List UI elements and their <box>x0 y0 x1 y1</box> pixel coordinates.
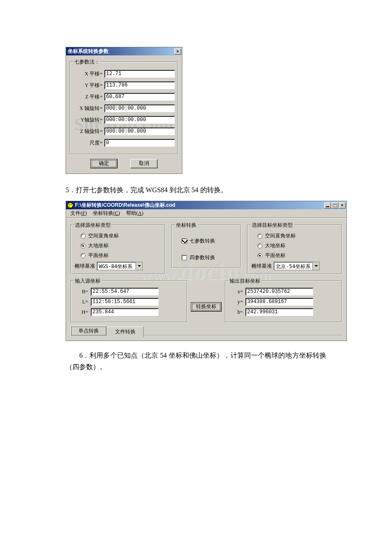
label: y= <box>232 299 243 305</box>
window-body: www.docin.com 选择源坐标类型 空间直角坐标 大地坐标 <box>66 218 346 341</box>
y-output[interactable]: 394388.689167 <box>245 298 314 306</box>
dialog-titlebar: 坐标系统转换参数 × <box>66 47 182 55</box>
x-shift-input[interactable]: 12.71 <box>104 70 175 78</box>
label: Z 平移= <box>73 93 104 101</box>
target-coord-group: 输出目标坐标 x= 2537420.035762 y= 394388.68916… <box>225 278 342 323</box>
check-four-param[interactable]: 四参数转换 <box>182 254 237 261</box>
tabstrip: 单点转换 文件转换 <box>70 325 342 336</box>
combo-value: WGS-84坐标系 <box>97 262 135 270</box>
y-rot-input[interactable]: 000:00:00.000 <box>104 116 175 124</box>
label: H= <box>77 309 88 315</box>
radio-label: 平面坐标 <box>88 252 109 259</box>
param-row-y-shift: Y 平移= 113.786 <box>73 81 175 90</box>
row-x: x= 2537420.035762 <box>232 288 338 296</box>
menu-file[interactable]: 文件(F) <box>69 209 89 218</box>
close-icon[interactable]: × <box>339 202 346 208</box>
target-ellipsoid-combo[interactable]: 北京-54坐标系 <box>274 262 320 270</box>
row-y: y= 394388.689167 <box>232 298 338 306</box>
coord-convert-window: F:\坐标转换\COORD\Release\佛山坐标.cod × 文件(F) 坐… <box>66 201 347 341</box>
scale-input[interactable]: 0 <box>104 139 175 147</box>
radio-space-rect[interactable]: 空间直角坐标 <box>257 232 338 240</box>
z-shift-input[interactable]: 60.687 <box>104 93 175 101</box>
param-row-x-rot: X 轴旋转= 000:00:00.000 <box>73 104 175 113</box>
group-legend: 输入源坐标 <box>74 278 102 285</box>
x-rot-input[interactable]: 000:00:00.000 <box>104 104 175 113</box>
label: 尺度= <box>73 139 104 147</box>
radio-icon <box>81 253 86 258</box>
label: B= <box>77 289 88 295</box>
param-row-y-rot: Y轴旋转= 000:00:00.000 <box>73 116 175 124</box>
chevron-down-icon[interactable] <box>135 262 142 270</box>
h-output[interactable]: 242.996031 <box>245 308 314 316</box>
z-rot-input[interactable]: 000:00:00.000 <box>104 127 175 136</box>
radio-icon <box>257 253 262 258</box>
radio-geodetic[interactable]: 大地坐标 <box>81 242 161 249</box>
tab-single-point[interactable]: 单点转换 <box>70 326 107 336</box>
tab-file[interactable]: 文件转换 <box>107 327 144 337</box>
param-row-z-rot: Z 轴旋转= 000:00:00.000 <box>73 127 175 136</box>
x-output[interactable]: 2537420.035762 <box>245 288 314 296</box>
minimize-icon[interactable] <box>324 202 331 208</box>
checkbox-label: 四参数转换 <box>190 254 215 261</box>
radio-icon <box>81 234 86 239</box>
dialog-body: SurMap.com 七参数法： X 平移= 12.71 Y 平移= 113.7… <box>66 55 182 173</box>
label: Y轴旋转= <box>73 116 104 124</box>
radio-icon <box>257 243 262 249</box>
convert-button-wrap: 转换坐标 <box>187 278 225 323</box>
check-seven-param[interactable]: 七参数转换 <box>182 237 237 245</box>
group-legend: 七参数法： <box>73 58 101 66</box>
checkbox-label: 七参数转换 <box>190 237 215 245</box>
label: h= <box>232 309 243 315</box>
radio-geodetic[interactable]: 大地坐标 <box>257 242 338 249</box>
window-titlebar: F:\坐标转换\COORD\Release\佛山坐标.cod × <box>66 201 346 209</box>
menu-help[interactable]: 帮助(A) <box>124 209 145 218</box>
source-coord-group: 输入源坐标 B= 22:55:54.647 L= 112:58:15.5661 … <box>70 278 187 323</box>
l-input[interactable]: 112:58:15.5661 <box>91 298 159 306</box>
chevron-down-icon[interactable] <box>312 262 319 270</box>
radio-plane[interactable]: 平面坐标 <box>257 252 338 259</box>
radio-label: 空间直角坐标 <box>265 232 296 240</box>
window-title: F:\坐标转换\COORD\Release\佛山坐标.cod <box>75 202 175 209</box>
radio-plane[interactable]: 平面坐标 <box>81 252 161 259</box>
param-row-x-shift: X 平移= 12.71 <box>73 70 175 78</box>
seven-param-group: 七参数法： X 平移= 12.71 Y 平移= 113.786 Z 平移= 60… <box>69 59 179 155</box>
param-row-z-shift: Z 平移= 60.687 <box>73 93 175 101</box>
row-h: H= 235.844 <box>77 308 183 316</box>
radio-icon <box>257 234 262 239</box>
y-shift-input[interactable]: 113.786 <box>104 81 175 90</box>
close-icon[interactable]: × <box>174 49 181 55</box>
dialog-buttons: 确定 取消 <box>69 155 179 170</box>
label: L= <box>77 299 88 305</box>
label: X 轴旋转= <box>73 105 104 112</box>
maximize-icon[interactable] <box>331 202 338 208</box>
group-legend: 坐标转换 <box>175 222 198 229</box>
h-input[interactable]: 235.844 <box>91 308 159 316</box>
target-type-group: 选择目标坐标类型 空间直角坐标 大地坐标 平面坐标 椭球基准 <box>247 222 342 275</box>
window-controls: × <box>324 202 346 208</box>
label: X 平移= <box>73 70 104 78</box>
b-input[interactable]: 22:55:54.647 <box>91 288 159 296</box>
target-ellipsoid-row: 椭球基准 北京-54坐标系 <box>251 262 338 270</box>
ellipsoid-label: 椭球基准 <box>251 263 272 270</box>
ok-button[interactable]: 确定 <box>90 159 118 168</box>
radio-space-rect[interactable]: 空间直角坐标 <box>81 232 161 240</box>
radio-label: 平面坐标 <box>265 252 285 259</box>
combo-value: 北京-54坐标系 <box>274 262 312 270</box>
radio-label: 大地坐标 <box>265 242 285 249</box>
group-legend: 输出目标坐标 <box>228 278 262 285</box>
step-6-caption: 6．利用多个已知点（北京 54 坐标和佛山坐标），计算同一个椭球的地方坐标转换（… <box>66 350 326 373</box>
convert-button[interactable]: 转换坐标 <box>191 302 222 312</box>
param-row-scale: 尺度= 0 <box>73 139 175 147</box>
radio-label: 空间直角坐标 <box>88 232 119 240</box>
seven-param-dialog: 坐标系统转换参数 × SurMap.com 七参数法： X 平移= 12.71 … <box>66 47 182 174</box>
menu-convert[interactable]: 坐标转换(C) <box>91 209 122 218</box>
cancel-button[interactable]: 取消 <box>130 159 158 168</box>
source-type-group: 选择源坐标类型 空间直角坐标 大地坐标 平面坐标 椭球基准 <box>70 222 165 275</box>
label: Y 平移= <box>73 82 104 89</box>
ellipsoid-label: 椭球基准 <box>75 263 95 270</box>
group-legend: 选择目标坐标类型 <box>251 222 294 229</box>
source-ellipsoid-combo[interactable]: WGS-84坐标系 <box>97 262 143 270</box>
group-legend: 选择源坐标类型 <box>74 222 112 229</box>
radio-label: 大地坐标 <box>88 242 109 249</box>
row-b: B= 22:55:54.647 <box>77 288 183 296</box>
